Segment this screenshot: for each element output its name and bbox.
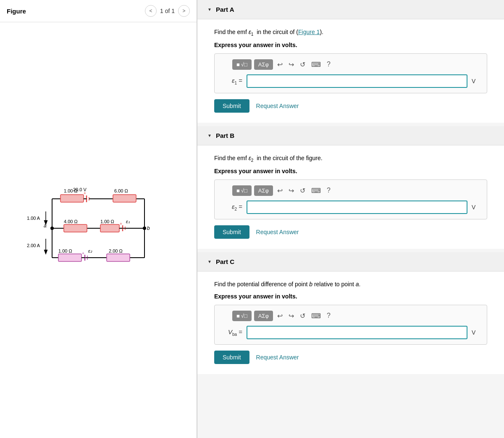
part-b-toolbar: ■ √□ ΑΣφ ↩ ↪ ↺ ⌨ ?: [220, 185, 482, 196]
svg-rect-20: [100, 224, 119, 232]
part-a-input-row: ε1 = V: [220, 74, 482, 88]
part-a-label: ε1 =: [221, 77, 242, 85]
part-c-arrow: ▼: [207, 259, 212, 264]
part-b-redo-btn[interactable]: ↪: [287, 185, 296, 196]
svg-text:+: +: [84, 191, 86, 195]
part-a-arrow: ▼: [207, 7, 212, 12]
prev-figure-button[interactable]: <: [145, 5, 157, 17]
figure-link-a[interactable]: Figure 1: [298, 29, 320, 35]
svg-text:4.00 Ω: 4.00 Ω: [64, 219, 78, 224]
part-b-input-row: ε2 = V: [220, 201, 482, 214]
part-c-unit: V: [472, 329, 480, 336]
part-a-question: Find the emf ε1 in the circuit of (Figur…: [214, 28, 487, 37]
part-b-title: Part B: [216, 132, 234, 139]
part-a-body: Find the emf ε1 in the circuit of (Figur…: [197, 19, 504, 123]
part-c-redo-btn[interactable]: ↪: [287, 310, 296, 322]
svg-text:6.00 Ω: 6.00 Ω: [114, 188, 128, 193]
figure-content: 1.00 Ω 20.0 V + 6.00 Ω 1.00 A 4.00 Ω 1.0…: [0, 22, 197, 430]
part-c-keyboard-btn[interactable]: ⌨: [310, 310, 323, 322]
part-b-section: ▼ Part B Find the emf ε2 in the circuit …: [197, 126, 504, 249]
part-a-answer-box: ■ √□ ΑΣφ ↩ ↪ ↺ ⌨ ? ε1 = V: [214, 53, 487, 93]
part-b-greek-btn[interactable]: ΑΣφ: [254, 185, 273, 196]
svg-text:ε₁: ε₁: [126, 219, 130, 224]
svg-text:1.00 Ω: 1.00 Ω: [58, 248, 72, 253]
part-c-undo-btn[interactable]: ↩: [276, 310, 284, 322]
part-c-matrix-btn[interactable]: ■ √□: [232, 311, 252, 321]
svg-text:ε₂: ε₂: [88, 248, 92, 253]
svg-text:1.00 Ω: 1.00 Ω: [100, 219, 114, 224]
part-b-unit: V: [472, 204, 480, 211]
part-a-instruction: Express your answer in volts.: [214, 42, 487, 48]
svg-text:2.00 Ω: 2.00 Ω: [109, 248, 123, 253]
part-c-submit-button[interactable]: Submit: [214, 351, 249, 364]
part-b-question: Find the emf ε2 in the circuit of the fi…: [214, 154, 487, 164]
part-a-request-link[interactable]: Request Answer: [256, 103, 299, 109]
next-figure-button[interactable]: >: [178, 5, 190, 17]
matrix-icon: ■: [236, 61, 240, 68]
part-c-title: Part C: [216, 258, 234, 265]
left-panel: Figure < 1 of 1 > 1.00 Ω: [0, 0, 197, 438]
svg-point-28: [50, 227, 54, 230]
part-a-submit-button[interactable]: Submit: [214, 99, 249, 113]
part-c-question: Find the potential difference of point b…: [214, 280, 487, 289]
svg-text:a: a: [44, 223, 47, 229]
part-a-header[interactable]: ▼ Part A: [197, 0, 504, 19]
part-b-keyboard-btn[interactable]: ⌨: [310, 185, 323, 196]
part-b-answer-box: ■ √□ ΑΣφ ↩ ↪ ↺ ⌨ ? ε2 = V: [214, 179, 487, 219]
part-b-header[interactable]: ▼ Part B: [197, 126, 504, 145]
part-c-body: Find the potential difference of point b…: [197, 272, 504, 374]
figure-header: Figure < 1 of 1 >: [0, 0, 197, 22]
part-a-greek-btn[interactable]: ΑΣφ: [254, 59, 273, 70]
matrix-icon-c: ■: [236, 313, 240, 319]
part-b-body: Find the emf ε2 in the circuit of the fi…: [197, 145, 504, 249]
part-b-label: ε2 =: [221, 203, 242, 211]
part-a-matrix-btn[interactable]: ■ √□: [232, 59, 252, 70]
svg-text:2.00 A: 2.00 A: [27, 243, 40, 248]
part-b-refresh-btn[interactable]: ↺: [298, 185, 307, 196]
sqrt-icon-c: √□: [241, 313, 247, 319]
right-panel: ▼ Part A Find the emf ε1 in the circuit …: [197, 0, 504, 438]
part-b-request-link[interactable]: Request Answer: [256, 229, 299, 235]
part-b-instruction: Express your answer in volts.: [214, 168, 487, 174]
part-c-instruction: Express your answer in volts.: [214, 293, 487, 300]
part-a-actions: Submit Request Answer: [214, 99, 487, 113]
part-b-help-btn[interactable]: ?: [325, 185, 332, 196]
part-c-input[interactable]: [247, 326, 467, 339]
svg-rect-18: [64, 224, 87, 232]
part-b-matrix-btn[interactable]: ■ √□: [232, 185, 252, 196]
part-c-header[interactable]: ▼ Part C: [197, 252, 504, 272]
part-a-input[interactable]: [247, 74, 467, 88]
part-c-request-link[interactable]: Request Answer: [256, 354, 299, 361]
part-c-greek-btn[interactable]: ΑΣφ: [254, 311, 273, 321]
part-b-input[interactable]: [247, 201, 467, 214]
part-a-keyboard-btn[interactable]: ⌨: [310, 59, 323, 70]
part-c-answer-box: ■ √□ ΑΣφ ↩ ↪ ↺ ⌨ ? Vba = V: [214, 305, 487, 345]
svg-rect-34: [58, 254, 81, 261]
part-a-redo-btn[interactable]: ↪: [287, 59, 296, 70]
part-a-unit: V: [472, 78, 480, 84]
part-a-title: Part A: [216, 6, 234, 13]
part-a-undo-btn[interactable]: ↩: [276, 59, 284, 70]
part-a-help-btn[interactable]: ?: [325, 59, 332, 70]
svg-text:+: +: [120, 222, 122, 226]
svg-rect-6: [60, 195, 84, 202]
figure-title: Figure: [7, 8, 26, 15]
part-c-section: ▼ Part C Find the potential difference o…: [197, 252, 504, 374]
svg-text:1.00 A: 1.00 A: [27, 216, 40, 221]
part-c-help-btn[interactable]: ?: [325, 310, 332, 321]
matrix-icon-b: ■: [236, 187, 240, 194]
svg-text:b: b: [147, 225, 150, 231]
part-c-toolbar: ■ √□ ΑΣφ ↩ ↪ ↺ ⌨ ?: [220, 310, 482, 322]
part-a-section: ▼ Part A Find the emf ε1 in the circuit …: [197, 0, 504, 123]
figure-nav: < 1 of 1 >: [145, 5, 190, 17]
svg-point-30: [143, 227, 146, 230]
svg-rect-42: [107, 254, 130, 261]
part-b-submit-button[interactable]: Submit: [214, 225, 249, 239]
sqrt-icon: √□: [241, 61, 247, 68]
part-b-arrow: ▼: [207, 133, 212, 138]
svg-rect-14: [113, 195, 136, 202]
part-c-refresh-btn[interactable]: ↺: [298, 310, 307, 322]
part-a-toolbar: ■ √□ ΑΣφ ↩ ↪ ↺ ⌨ ?: [220, 59, 482, 70]
part-b-undo-btn[interactable]: ↩: [276, 185, 284, 196]
part-a-refresh-btn[interactable]: ↺: [298, 59, 307, 70]
